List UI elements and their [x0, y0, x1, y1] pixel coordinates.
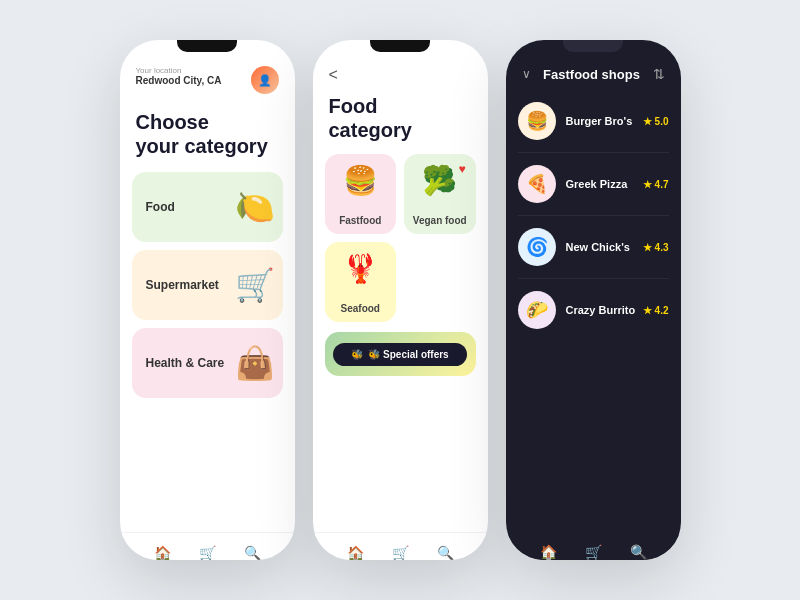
special-offers-button[interactable]: 🐝 🐝 Special offers: [333, 343, 466, 366]
star-icon-2: ★: [643, 179, 652, 190]
greek-pizza-rating: ★ 4.7: [643, 179, 669, 190]
fastfood-label: Fastfood: [339, 215, 381, 226]
cat-food-icon: 🍋: [235, 188, 275, 226]
phone-3-fastfood-shops: ∨ Fastfood shops ⇅ 🍔 Burger Bro's ★ 5.0 …: [506, 40, 681, 560]
category-supermarket[interactable]: Supermarket 🛒: [132, 250, 283, 320]
notch-3: [563, 40, 623, 52]
burger-bros-rating: ★ 5.0: [643, 116, 669, 127]
shop-greek-pizza[interactable]: 🍕 Greek Pizza ★ 4.7: [518, 153, 669, 216]
crazy-burrito-rating: ★ 4.2: [643, 305, 669, 316]
seafood-label: Seafood: [341, 303, 380, 314]
new-chicks-name: New Chick's: [566, 241, 643, 253]
nav-cart-icon-2[interactable]: 🛒: [391, 544, 409, 561]
nav-search-icon[interactable]: 🔍: [243, 544, 261, 561]
shop-crazy-burrito[interactable]: 🌮 Crazy Burrito ★ 4.2: [518, 279, 669, 341]
phone-1-choose-category: Your location Redwood City, CA 👤 Choose …: [120, 40, 295, 560]
new-chicks-icon: 🌀: [518, 228, 556, 266]
p1-title: Choose your category: [120, 102, 295, 172]
p2-header: <: [313, 52, 488, 90]
fastfood-icon: 🍔: [343, 164, 378, 197]
shop-new-chicks[interactable]: 🌀 New Chick's ★ 4.3: [518, 216, 669, 279]
nav-cart-icon[interactable]: 🛒: [198, 544, 216, 561]
shop-burger-bros[interactable]: 🍔 Burger Bro's ★ 5.0: [518, 90, 669, 153]
cat-super-label: Supermarket: [146, 278, 219, 292]
filter-icon[interactable]: ⇅: [653, 66, 665, 82]
cat-health-icon: 👜: [235, 344, 275, 382]
vegan-icon: 🥦: [422, 164, 457, 197]
heart-icon: ♥: [458, 162, 465, 176]
nav-home-icon-2[interactable]: 🏠: [346, 544, 364, 561]
burger-bros-name: Burger Bro's: [566, 115, 643, 127]
seafood-icon: 🦞: [343, 252, 378, 285]
notch-1: [177, 40, 237, 52]
special-icon: 🐝: [351, 349, 363, 360]
food-vegan[interactable]: ♥ 🥦 Vegan food: [404, 154, 476, 234]
star-icon-3: ★: [643, 242, 652, 253]
p1-header: Your location Redwood City, CA 👤: [120, 52, 295, 102]
food-fastfood[interactable]: 🍔 Fastfood: [325, 154, 397, 234]
cat-super-icon: 🛒: [235, 266, 275, 304]
new-chicks-rating: ★ 4.3: [643, 242, 669, 253]
p2-navbar: 🏠 🛒 🔍: [313, 532, 488, 560]
special-label: 🐝 Special offers: [368, 349, 448, 360]
star-icon-4: ★: [643, 305, 652, 316]
nav-search-icon-3[interactable]: 🔍: [629, 543, 647, 560]
p1-navbar: 🏠 🛒 🔍: [120, 532, 295, 560]
crazy-burrito-score: 4.2: [655, 305, 669, 316]
crazy-burrito-icon: 🌮: [518, 291, 556, 329]
category-food[interactable]: Food 🍋: [132, 172, 283, 242]
nav-search-icon-2[interactable]: 🔍: [436, 544, 454, 561]
star-icon: ★: [643, 116, 652, 127]
greek-pizza-icon: 🍕: [518, 165, 556, 203]
burger-bros-score: 5.0: [655, 116, 669, 127]
cat-food-label: Food: [146, 200, 175, 214]
avatar[interactable]: 👤: [251, 66, 279, 94]
crazy-burrito-name: Crazy Burrito: [566, 304, 643, 316]
location-label: Your location: [136, 66, 222, 75]
new-chicks-score: 4.3: [655, 242, 669, 253]
special-offers-banner[interactable]: 🐝 🐝 Special offers: [325, 332, 476, 376]
notch-2: [370, 40, 430, 52]
shop-list: 🍔 Burger Bro's ★ 5.0 🍕 Greek Pizza ★ 4.7…: [506, 90, 681, 532]
p3-title: Fastfood shops: [543, 67, 640, 82]
p3-header: ∨ Fastfood shops ⇅: [506, 52, 681, 90]
nav-home-icon[interactable]: 🏠: [153, 544, 171, 561]
burger-bros-icon: 🍔: [518, 102, 556, 140]
category-health[interactable]: Health & Care 👜: [132, 328, 283, 398]
p3-navbar: 🏠 🛒 🔍: [506, 532, 681, 560]
nav-cart-icon-3[interactable]: 🛒: [584, 543, 602, 560]
location-value: Redwood City, CA: [136, 75, 222, 86]
back-button[interactable]: <: [329, 66, 338, 84]
chevron-down-icon[interactable]: ∨: [522, 67, 531, 81]
food-seafood[interactable]: 🦞 Seafood: [325, 242, 397, 322]
food-category-grid: 🍔 Fastfood ♥ 🥦 Vegan food 🦞 Seafood: [313, 154, 488, 322]
p2-title: Food category: [313, 90, 488, 154]
greek-pizza-name: Greek Pizza: [566, 178, 643, 190]
vegan-label: Vegan food: [413, 215, 467, 226]
nav-home-icon-3[interactable]: 🏠: [539, 543, 557, 560]
cat-health-label: Health & Care: [146, 356, 225, 370]
greek-pizza-score: 4.7: [655, 179, 669, 190]
category-list: Food 🍋 Supermarket 🛒 Health & Care 👜: [120, 172, 295, 532]
phone-2-food-category: < Food category 🍔 Fastfood ♥ 🥦 Vegan foo…: [313, 40, 488, 560]
